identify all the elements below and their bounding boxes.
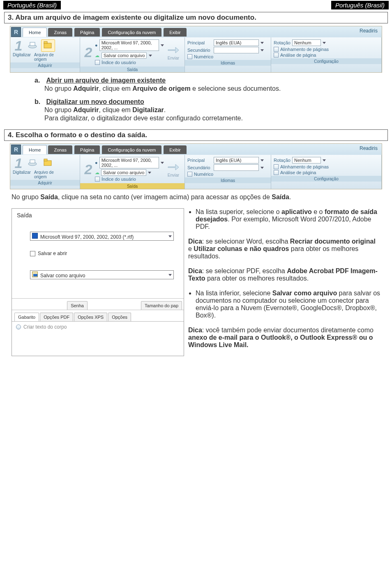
chevron-down-icon[interactable] xyxy=(149,55,152,57)
tab-tamanho[interactable]: Tamanho do pap xyxy=(141,301,182,310)
tab-opcoes-pdf[interactable]: Opções PDF xyxy=(40,313,73,321)
svg-rect-7 xyxy=(44,159,47,161)
send-arrow-icon[interactable] xyxy=(167,161,180,172)
enviar-label: Enviar xyxy=(167,56,180,60)
digitalizar-label[interactable]: Digitalizar xyxy=(13,53,31,62)
bullet-1: Na lista superior, selecione o aplicativ… xyxy=(196,208,380,230)
radio-icon[interactable] xyxy=(16,325,21,329)
banner-left: Português (Brasil) xyxy=(3,1,61,9)
checkbox-icon[interactable] xyxy=(274,164,279,169)
rotacao-dropdown[interactable]: Nenhum xyxy=(292,39,321,46)
indice-label: Índice do usuário xyxy=(101,177,136,182)
scanner-icon[interactable] xyxy=(25,39,39,52)
ribbon-tab-bar: Home Zonas Página Configuração da nuvem … xyxy=(10,144,382,155)
tab-exibir[interactable]: Exibir xyxy=(164,145,187,154)
chevron-down-icon[interactable] xyxy=(161,162,164,164)
numerico-label: Numérico xyxy=(194,172,213,177)
tip-1: Dica: se selecionar Word, escolha Recria… xyxy=(188,238,380,260)
output-format-dropdown[interactable]: Microsoft Word 97, 2000, 2002, ... xyxy=(99,39,159,51)
secundario-dropdown[interactable] xyxy=(214,164,259,171)
checkbox-icon[interactable] xyxy=(274,47,279,52)
tab-pagina[interactable]: Página xyxy=(74,145,100,154)
output-format-combo[interactable]: Microsoft Word 97, 2000, 2002, 2003 (*.r… xyxy=(30,232,174,241)
tab-opcoes-xps[interactable]: Opções XPS xyxy=(74,313,107,321)
secundario-label: Secundário xyxy=(187,165,212,170)
tab-gabarito[interactable]: Gabarito xyxy=(14,313,39,321)
ribbon-group-config: RotaçãoNenhum Alinhamento de páginas Aná… xyxy=(271,155,382,189)
chevron-down-icon[interactable] xyxy=(261,49,264,51)
checkbox-icon[interactable] xyxy=(95,177,100,182)
principal-dropdown[interactable]: Inglês (EUA) xyxy=(214,157,259,163)
principal-label: Principal xyxy=(187,158,212,163)
alinhamento-label: Alinhamento de páginas xyxy=(280,47,329,52)
arquivo-origem-label[interactable]: Arquivo de origem xyxy=(34,53,54,62)
tab-senha[interactable]: Senha xyxy=(67,301,88,310)
step-number-1-icon: 1 xyxy=(13,39,24,53)
step-number-2-icon: 2 xyxy=(83,162,94,176)
principal-dropdown[interactable]: Inglês (EUA) xyxy=(214,39,259,46)
checkbox-icon[interactable] xyxy=(274,170,279,175)
ribbon-body: 1 Digitalizar Arquivo de origem Adquirir… xyxy=(10,37,382,72)
chevron-down-icon[interactable] xyxy=(168,235,172,237)
group-label-idiomas: Idiomas xyxy=(185,177,271,183)
salvar-como-dropdown[interactable]: Salvar como arquivo xyxy=(101,52,147,59)
ribbon-tab-bar: Home Zonas Página Configuração da nuvem … xyxy=(10,26,382,37)
group-label-saida-highlight[interactable]: Saída xyxy=(80,183,184,189)
tab-config-nuvem[interactable]: Configuração da nuvem xyxy=(102,145,161,154)
chevron-down-icon[interactable] xyxy=(261,167,264,169)
bullet-2: Na lista inferior, selecione Salvar como… xyxy=(196,290,380,319)
dialog-option-below[interactable]: Criar texto do corpo xyxy=(12,321,184,332)
salvar-como-dropdown[interactable]: Salvar como arquivo xyxy=(101,169,146,176)
open-file-button[interactable] xyxy=(41,157,55,169)
step3-instructions: a. Abrir um arquivo de imagem existente … xyxy=(35,77,363,122)
checkbox-icon[interactable] xyxy=(95,60,100,65)
group-label-idiomas: Idiomas xyxy=(185,60,271,66)
open-file-button[interactable] xyxy=(41,39,55,52)
group-label-adquirir: Adquirir xyxy=(10,180,80,186)
step3b-line2: Para digitalizar, o digitalizador deve e… xyxy=(44,115,363,122)
tab-home[interactable]: Home xyxy=(23,145,47,154)
scanner-icon[interactable] xyxy=(25,157,39,169)
checkbox-icon[interactable] xyxy=(187,172,192,177)
digitalizar-label[interactable]: Digitalizar xyxy=(13,170,31,179)
step3a-text: No grupo Adquirir, clique em Arquivo de … xyxy=(44,85,363,92)
rotacao-dropdown[interactable]: Nenhum xyxy=(292,157,321,163)
tab-exibir[interactable]: Exibir xyxy=(164,28,187,37)
rotacao-label: Rotação xyxy=(274,158,291,163)
checkbox-icon[interactable] xyxy=(187,54,192,59)
secundario-dropdown[interactable] xyxy=(214,47,259,53)
ribbon-group-idiomas: PrincipalInglês (EUA) Secundário Numéric… xyxy=(185,37,271,72)
arquivo-origem-label[interactable]: Arquivo de origem xyxy=(34,170,54,179)
chevron-down-icon[interactable] xyxy=(161,44,164,46)
tab-zonas[interactable]: Zonas xyxy=(48,28,72,37)
send-arrow-icon[interactable] xyxy=(167,44,180,55)
group-label-saida: Saída xyxy=(80,67,184,72)
chevron-down-icon[interactable] xyxy=(261,42,264,44)
chevron-down-icon[interactable] xyxy=(168,274,172,276)
chevron-down-icon[interactable] xyxy=(261,159,264,161)
tab-opcoes[interactable]: Opções xyxy=(108,313,131,321)
tab-zonas[interactable]: Zonas xyxy=(48,145,72,154)
app-title: Readiris xyxy=(360,28,378,34)
tab-home[interactable]: Home xyxy=(23,28,47,37)
step3b-line1: No grupo Adquirir, clique em Digitalizar… xyxy=(44,106,363,114)
chevron-down-icon[interactable] xyxy=(323,159,326,161)
chevron-down-icon[interactable] xyxy=(148,172,151,174)
ribbon-screenshot-1: R Readiris Home Zonas Página Configuraçã… xyxy=(10,26,382,73)
save-and-open-checkbox[interactable]: Salvar e abrir xyxy=(30,251,174,256)
language-banner: Português (Brasil) Português (Brasil) xyxy=(1,1,391,9)
tab-pagina[interactable]: Página xyxy=(74,28,100,37)
tab-config-nuvem[interactable]: Configuração da nuvem xyxy=(102,28,161,37)
output-format-dropdown[interactable]: Microsoft Word 97, 2000, 2002, ... xyxy=(99,157,159,168)
group-label-config: Configuração xyxy=(271,176,381,182)
analise-label: Análise de página xyxy=(280,53,316,58)
step4-intro-paragraph: No grupo Saída, clique na seta no canto … xyxy=(12,193,380,201)
checkbox-icon[interactable] xyxy=(274,53,279,58)
group-label-config: Configuração xyxy=(271,58,381,64)
chevron-down-icon[interactable] xyxy=(323,42,326,44)
step-number-1-icon: 1 xyxy=(13,156,24,170)
secundario-label: Secundário xyxy=(187,48,212,53)
save-as-combo[interactable]: Salvar como arquivo xyxy=(30,270,174,279)
saida-dialog: Saída Microsoft Word 97, 2000, 2002, 200… xyxy=(12,208,184,356)
checkbox-icon[interactable] xyxy=(30,251,35,256)
